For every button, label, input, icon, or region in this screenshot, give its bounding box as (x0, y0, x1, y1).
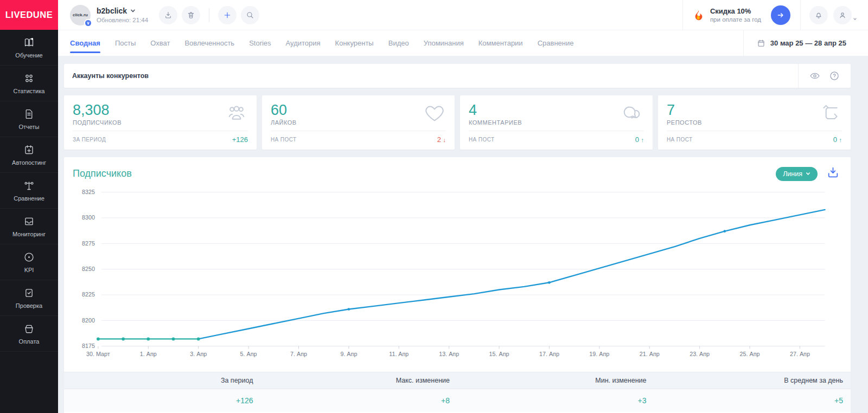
chevron-down-icon (853, 17, 857, 21)
chart-download-button[interactable] (826, 166, 840, 182)
trash-icon (187, 11, 195, 20)
sidebar-item-comparison[interactable]: Сравнение (0, 173, 58, 209)
discount-promo[interactable]: Скидка 10% при оплате за год (682, 0, 771, 30)
export-button[interactable] (159, 6, 177, 24)
sidebar-item-kpi[interactable]: KPI (0, 244, 58, 280)
followers-icon (225, 102, 248, 124)
divider (209, 8, 209, 22)
tab-video[interactable]: Видео (388, 30, 409, 56)
tab-stories[interactable]: Stories (249, 30, 271, 56)
sidebar-item-payment[interactable]: Оплата (0, 316, 58, 352)
heart-icon (423, 102, 446, 124)
chart-type-select[interactable]: Линия (776, 167, 818, 181)
tab-posty[interactable]: Посты (115, 30, 136, 56)
svg-text:30. Март: 30. Март (86, 351, 110, 357)
svg-text:3. Апр: 3. Апр (190, 351, 207, 357)
stat-cards: 8,308 ПОДПИСЧИКОВ ЗА ПЕРИОД +126 60 ЛАЙК… (64, 95, 851, 150)
svg-text:11. Апр: 11. Апр (389, 351, 409, 357)
plus-icon (223, 11, 232, 20)
monitoring-icon (23, 216, 35, 227)
summary-label: В среднем за день (654, 377, 851, 384)
reports-icon (23, 108, 35, 120)
svg-text:8325: 8325 (82, 189, 95, 195)
check-icon (23, 287, 35, 299)
updated-at: Обновлено: 21:44 (97, 17, 148, 23)
tab-vovlechennost[interactable]: Вовлеченность (184, 30, 234, 56)
svg-text:8225: 8225 (82, 291, 95, 298)
help-icon[interactable] (829, 70, 840, 81)
svg-text:21. Апр: 21. Апр (640, 351, 660, 357)
section-title: Аккаунты конкурентов (64, 72, 149, 80)
comments-value: 4 (469, 102, 522, 118)
repost-icon (819, 102, 842, 124)
chevron-down-icon (130, 8, 136, 14)
delete-button[interactable] (182, 6, 200, 24)
tab-upominaniya[interactable]: Упоминания (424, 30, 464, 56)
profile-button[interactable] (833, 6, 852, 24)
education-icon (23, 37, 35, 48)
followers-chart-card: Подписчиков Линия 8175820082258250827583… (64, 157, 851, 413)
chart-download-icon (826, 166, 840, 179)
svg-text:1. Апр: 1. Апр (140, 351, 157, 357)
summary-value: +126 (64, 396, 261, 405)
user-icon (838, 11, 847, 20)
chevron-down-icon (806, 171, 810, 176)
payment-icon (23, 323, 35, 334)
comments-icon (621, 102, 644, 124)
svg-text:5. Апр: 5. Апр (240, 351, 257, 357)
likes-card: 60 ЛАЙКОВ НА ПОСТ 2 ↓ (262, 95, 455, 150)
bell-icon (814, 11, 823, 20)
kpi-icon (23, 251, 35, 263)
svg-text:7. Апр: 7. Апр (290, 351, 307, 357)
tab-konkurenty[interactable]: Конкуренты (335, 30, 374, 56)
sidebar-item-reports[interactable]: Отчеты (0, 101, 58, 137)
svg-text:8175: 8175 (82, 343, 95, 349)
tab-kommentarii[interactable]: Комментарии (478, 30, 523, 56)
eye-icon[interactable] (809, 70, 820, 81)
sidebar-item-autoposting[interactable]: Автопостинг (0, 137, 58, 173)
chart-title: Подписчиков (73, 168, 132, 179)
tab-svodnaya[interactable]: Сводная (70, 30, 100, 56)
summary-label: За период (64, 377, 261, 384)
sidebar-item-verification[interactable]: Проверка (0, 280, 58, 316)
svg-text:8300: 8300 (82, 214, 95, 221)
followers-value: 8,308 (73, 102, 122, 118)
promo-go-button[interactable] (771, 5, 790, 25)
summary-value: +3 (457, 396, 654, 405)
summary-label: Мин. изменение (457, 377, 654, 384)
vk-badge-icon: ∨ (84, 19, 92, 27)
account-selector[interactable]: b2bclick (97, 7, 148, 15)
followers-change: +126 (232, 135, 248, 144)
svg-text:8200: 8200 (82, 317, 95, 324)
date-range-picker[interactable]: 30 мар 25 — 28 апр 25 (743, 30, 868, 56)
svg-text:15. Апр: 15. Апр (489, 351, 509, 357)
followers-line-chart: 817582008225825082758300832530. Март1. А… (64, 182, 851, 360)
flame-icon (693, 9, 705, 21)
sidebar-item-statistics[interactable]: Статистика (0, 66, 58, 101)
comments-change: 0 ↑ (635, 135, 644, 144)
tab-sravnenie[interactable]: Сравнение (538, 30, 574, 56)
sidebar: LIVEDUNE Обучение Статистика Отчеты Авто… (0, 0, 58, 413)
chart-summary: За период Макс. изменение Мин. изменение… (64, 372, 851, 412)
notifications-button[interactable] (809, 6, 828, 24)
summary-label: Макс. изменение (261, 377, 458, 384)
svg-text:27. Апр: 27. Апр (790, 351, 810, 357)
search-button[interactable] (241, 6, 259, 24)
download-icon (164, 11, 173, 20)
add-account-button[interactable] (218, 6, 237, 24)
livedune-logo[interactable]: LIVEDUNE (0, 0, 58, 30)
tab-okhvat[interactable]: Охват (150, 30, 170, 56)
comparison-icon (23, 180, 35, 191)
sidebar-item-monitoring[interactable]: Мониторинг (0, 209, 58, 244)
autoposting-icon (23, 144, 35, 156)
reposts-change: 0 ↑ (833, 135, 842, 144)
tab-auditoriya[interactable]: Аудитория (286, 30, 321, 56)
account-avatar[interactable]: click.ru ∨ (70, 5, 91, 25)
svg-text:25. Апр: 25. Апр (740, 351, 760, 357)
svg-text:19. Апр: 19. Апр (589, 351, 609, 357)
comments-card: 4 КОММЕНТАРИЕВ НА ПОСТ 0 ↑ (460, 95, 653, 150)
reposts-card: 7 РЕПОСТОВ НА ПОСТ 0 ↑ (658, 95, 851, 150)
sidebar-item-education[interactable]: Обучение (0, 30, 58, 66)
topbar: click.ru ∨ b2bclick Обновлено: 21:44 (58, 0, 868, 30)
svg-text:8250: 8250 (82, 266, 95, 272)
